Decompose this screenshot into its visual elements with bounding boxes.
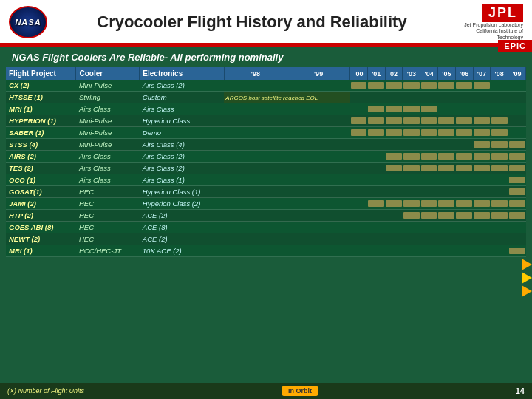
gantt-cell [455,163,473,174]
gantt-cell [367,222,385,233]
cell-cooler: HEC [76,233,140,245]
gantt-cell [473,80,491,92]
gantt-cell [350,245,368,257]
col-98: '98 [224,67,287,80]
gantt-cell [420,222,438,233]
gantt-cell [287,103,349,115]
cell-cooler: HEC [76,198,140,210]
cell-electronics: Demo [140,127,225,139]
gantt-cell [437,103,455,115]
col-08: '08 [491,67,508,80]
gantt-cell [508,127,526,139]
gantt-cell [437,210,455,222]
gantt-cell [491,80,508,92]
cell-project: STSS (4) [6,139,76,151]
gantt-cell [224,186,287,198]
gantt-cell [350,174,368,186]
gantt-cell [455,245,473,257]
table-row: MRI (1)Airs ClassAirs Class [6,103,526,115]
cell-cooler: HEC [76,222,140,233]
table-row: HYPERION (1)Mini-PulseHyperion Class [6,115,526,127]
gantt-cell [455,115,473,127]
gantt-cell [287,80,349,92]
gantt-cell [385,198,403,210]
gantt-cell [403,163,420,174]
gantt-cell [350,127,368,139]
gantt-cell [350,210,368,222]
gantt-cell [224,139,287,151]
gantt-cell [350,186,368,198]
gantt-cell [473,245,491,257]
gantt-cell [403,174,420,186]
gantt-cell [403,127,420,139]
cell-cooler: HCC/HEC-JT [76,245,140,257]
gantt-cell [385,103,403,115]
cell-cooler: Mini-Pulse [76,139,140,151]
jpl-logo: JPL Jet Propulsion Laboratory California… [457,6,523,38]
cell-cooler: Airs Class [76,174,140,186]
gantt-cell [385,222,403,233]
gantt-cell [287,127,349,139]
gantt-cell [491,139,508,151]
cell-electronics: Airs Class (1) [140,174,225,186]
gantt-cell [455,233,473,245]
gantt-cell [385,139,403,151]
gantt-cell [473,92,491,103]
col-project: Flight Project [6,67,76,80]
gantt-cell [420,174,438,186]
gantt-cell [385,186,403,198]
gantt-cell [437,163,455,174]
gantt-cell [420,80,438,92]
gantt-cell [287,163,349,174]
content-area: Flight Project Cooler Electronics '98 '9… [0,66,532,257]
table-row: MRI (1)HCC/HEC-JT10K ACE (2) [6,245,526,257]
gantt-cell [491,222,508,233]
gantt-cell [403,222,420,233]
gantt-cell [420,103,438,115]
right-arrows [522,259,532,297]
gantt-cell [224,245,287,257]
gantt-cell [403,210,420,222]
gantt-cell [508,210,526,222]
gantt-cell [491,127,508,139]
cell-project: MRI (1) [6,245,76,257]
gantt-cell [455,80,473,92]
gantt-cell [508,151,526,163]
gantt-cell [473,103,491,115]
gantt-cell [224,163,287,174]
gantt-cell [508,222,526,233]
gantt-cell [367,163,385,174]
cell-electronics: Airs Class [140,103,225,115]
gantt-cell [224,103,287,115]
gantt-cell [367,103,385,115]
col-06: '06 [455,67,473,80]
gantt-cell [403,186,420,198]
gantt-cell [491,115,508,127]
gantt-cell [385,245,403,257]
gantt-cell [403,151,420,163]
gantt-cell [420,186,438,198]
gantt-cell [437,115,455,127]
gantt-cell [403,198,420,210]
cell-electronics: 10K ACE (2) [140,245,225,257]
gantt-cell [455,174,473,186]
cell-electronics: Airs Class (2) [140,151,225,163]
cell-project: JAMI (2) [6,198,76,210]
nasa-logo: NASA [9,6,47,38]
gantt-cell [403,233,420,245]
cell-cooler: HEC [76,186,140,198]
gantt-cell [420,139,438,151]
col-03: '03 [403,67,420,80]
gantt-cell [385,233,403,245]
cell-project: GOES ABI (8) [6,222,76,233]
table-row: TES (2)Airs ClassAirs Class (2) [6,163,526,174]
table-row: GOES ABI (8)HECACE (8) [6,222,526,233]
gantt-cell [508,174,526,186]
table-row: JAMI (2)HECHyperion Class (2) [6,198,526,210]
gantt-cell [437,80,455,92]
page-title: Cryocooler Flight History and Reliabilit… [47,13,457,32]
col-07: '07 [473,67,491,80]
gantt-cell [350,222,368,233]
gantt-cell [287,174,349,186]
table-row: STSS (4)Mini-PulseAirs Class (4) [6,139,526,151]
